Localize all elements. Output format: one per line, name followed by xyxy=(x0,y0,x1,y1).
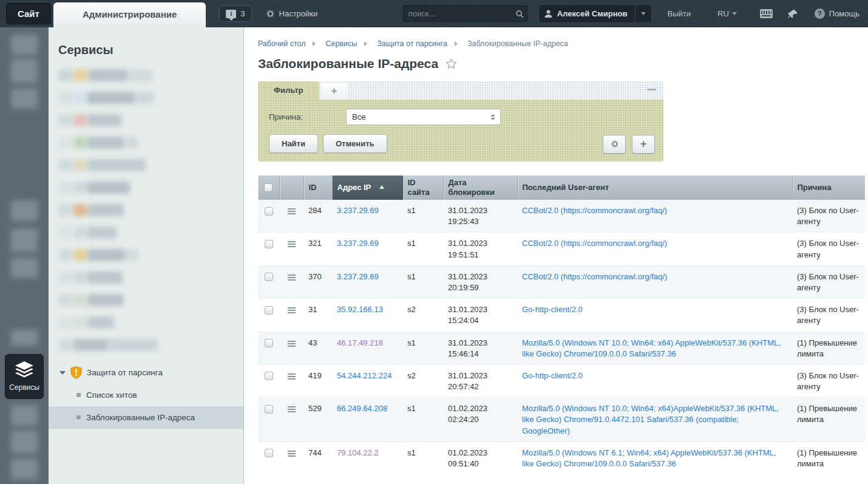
user-agent-link[interactable]: CCBot/2.0 (https://commoncrawl.org/faq/) xyxy=(522,272,667,281)
search-input[interactable] xyxy=(409,9,515,18)
cell-reason: (3) Блок по User-агенту xyxy=(792,265,865,298)
user-menu-caret[interactable] xyxy=(635,5,651,22)
collapse-filter-icon[interactable] xyxy=(647,89,656,90)
column-header-user-agent[interactable]: Последний User-агент xyxy=(517,176,792,200)
row-menu-icon[interactable] xyxy=(288,205,296,216)
language-label: RU xyxy=(717,9,729,18)
user-agent-link[interactable]: CCBot/2.0 (https://commoncrawl.org/faq/) xyxy=(522,206,667,215)
cell-id: 43 xyxy=(303,332,332,364)
cell-site-id: s2 xyxy=(402,364,443,397)
language-selector[interactable]: RU xyxy=(717,9,737,18)
row-menu-icon[interactable] xyxy=(288,448,296,458)
column-header-site-id[interactable]: ID сайта xyxy=(402,176,443,200)
row-menu-icon[interactable] xyxy=(288,403,296,414)
favorite-star-icon[interactable] xyxy=(446,58,457,69)
cancel-button[interactable]: Отменить xyxy=(323,134,387,153)
help-menu-item[interactable]: ? Помощь xyxy=(815,9,860,19)
cell-block-date: 31.01.202320:19:59 xyxy=(443,265,517,298)
tab-filter[interactable]: Фильтр xyxy=(258,81,319,100)
row-checkbox[interactable] xyxy=(265,372,273,380)
reason-select-value: Все xyxy=(352,112,365,121)
ip-link[interactable]: 3.237.29.69 xyxy=(337,239,379,248)
ip-link[interactable]: 3.237.29.69 xyxy=(337,272,379,281)
column-header-block-date[interactable]: Дата блокировки xyxy=(443,176,517,200)
site-tab[interactable]: Сайт xyxy=(6,3,51,24)
sidebar-panel: Сервисы xyxy=(49,27,244,484)
column-header-ip[interactable]: Адрес IP xyxy=(332,176,402,200)
ip-link[interactable]: 79.104.22.2 xyxy=(337,448,379,457)
filter-body: Причина: Все Найти Отменить xyxy=(258,100,663,162)
user-agent-link[interactable]: Go-http-client/2.0 xyxy=(522,305,583,314)
row-checkbox[interactable] xyxy=(265,207,273,216)
select-all-checkbox[interactable] xyxy=(264,183,273,192)
row-menu-icon[interactable] xyxy=(288,304,296,315)
notifications-badge[interactable]: i 3 xyxy=(219,5,251,22)
ip-link[interactable]: 66.249.64.208 xyxy=(337,404,387,413)
user-icon xyxy=(539,10,552,18)
row-checkbox[interactable] xyxy=(265,273,273,281)
search-icon[interactable] xyxy=(515,10,524,18)
row-checkbox[interactable] xyxy=(265,405,273,414)
cell-block-date: 31.01.202319:51:51 xyxy=(443,233,517,265)
user-menu[interactable]: Алексей Смирнов xyxy=(538,4,652,23)
sidebar-item-hit-list[interactable]: Список хитов xyxy=(49,384,243,406)
ip-link[interactable]: 3.237.29.69 xyxy=(337,206,379,215)
user-agent-link[interactable]: Mozilla/5.0 (Windows NT 10.0; Win64; x64… xyxy=(522,404,779,435)
chevron-down-icon[interactable] xyxy=(59,371,66,378)
table-header-row: ID Адрес IP ID сайта Дата блокировки Пос… xyxy=(258,176,865,200)
cell-site-id: s1 xyxy=(402,332,443,364)
row-menu-icon[interactable] xyxy=(288,271,296,282)
table-row: 370 3.237.29.69 s1 31.01.202320:19:59 CC… xyxy=(258,265,865,298)
row-menu-icon[interactable] xyxy=(288,238,296,248)
user-agent-link[interactable]: CCBot/2.0 (https://commoncrawl.org/faq/) xyxy=(522,239,667,248)
column-header-reason[interactable]: Причина xyxy=(792,176,865,200)
ip-link[interactable]: 35.92.166.13 xyxy=(337,305,383,314)
reason-select[interactable]: Все xyxy=(346,109,501,125)
user-agent-link[interactable]: Go-http-client/2.0 xyxy=(522,371,583,380)
blocked-ips-table: ID Адрес IP ID сайта Дата блокировки Пос… xyxy=(258,176,865,474)
add-filter-field-button[interactable]: + xyxy=(632,135,655,154)
breadcrumb-link[interactable]: Сервисы xyxy=(325,39,357,48)
ip-link[interactable]: 54.244.212.224 xyxy=(337,371,392,380)
cell-id: 529 xyxy=(303,398,332,442)
sidebar-item-parsing-protection[interactable]: Защита от парсинга xyxy=(49,361,243,384)
admin-tab[interactable]: Администрирование xyxy=(53,2,206,27)
top-bar: Сайт Администрирование i 3 Настройки Але… xyxy=(0,0,868,27)
select-spinner-icon xyxy=(490,112,495,123)
notifications-count: 3 xyxy=(240,9,245,18)
table-row: 31 35.92.166.13 s2 31.01.202315:24:04 Go… xyxy=(258,299,865,332)
blurred-icon xyxy=(11,35,38,55)
gear-icon xyxy=(610,140,619,149)
column-header-id[interactable]: ID xyxy=(303,176,332,200)
row-checkbox[interactable] xyxy=(265,449,273,457)
sidebar-item-blocked-ips[interactable]: Заблокированные IP-адреса xyxy=(49,406,243,429)
row-checkbox[interactable] xyxy=(265,306,273,315)
breadcrumb-link[interactable]: Защита от парсинга xyxy=(377,39,447,48)
breadcrumb-separator-icon xyxy=(313,41,318,46)
chevron-down-icon xyxy=(732,12,737,18)
row-checkbox[interactable] xyxy=(265,339,273,347)
cell-id: 370 xyxy=(303,265,332,298)
row-checkbox[interactable] xyxy=(265,240,273,248)
keyboard-icon[interactable] xyxy=(760,9,773,18)
row-menu-icon[interactable] xyxy=(288,370,296,381)
table-row: 529 66.249.64.208 s1 01.02.202302:24:20 … xyxy=(258,398,865,442)
logout-link[interactable]: Выйти xyxy=(668,9,691,18)
cell-site-id: s2 xyxy=(402,299,443,332)
user-agent-link[interactable]: Mozilla/5.0 (Windows NT 10.0; Win64; x64… xyxy=(522,338,781,358)
breadcrumb-separator-icon xyxy=(364,41,370,46)
filter-settings-button[interactable] xyxy=(603,135,626,154)
user-agent-link[interactable]: Mozilla/5.0 (Windows NT 6.1; Win64; x64)… xyxy=(522,448,776,468)
services-button-label: Сервисы xyxy=(9,383,39,392)
breadcrumb-link[interactable]: Рабочий стол xyxy=(258,39,305,48)
find-button[interactable]: Найти xyxy=(269,134,318,153)
blurred-icon xyxy=(11,458,38,479)
settings-menu-item[interactable]: Настройки xyxy=(265,9,318,19)
add-filter-tab[interactable]: + xyxy=(320,83,348,100)
cell-reason: (1) Превышение лимита xyxy=(792,332,865,364)
pin-icon[interactable] xyxy=(787,9,798,19)
topbar-search[interactable] xyxy=(403,5,527,22)
sidebar-item-services[interactable]: Сервисы xyxy=(5,354,44,399)
row-menu-icon[interactable] xyxy=(288,338,296,348)
ip-link[interactable]: 46.17.49.218 xyxy=(337,338,383,347)
